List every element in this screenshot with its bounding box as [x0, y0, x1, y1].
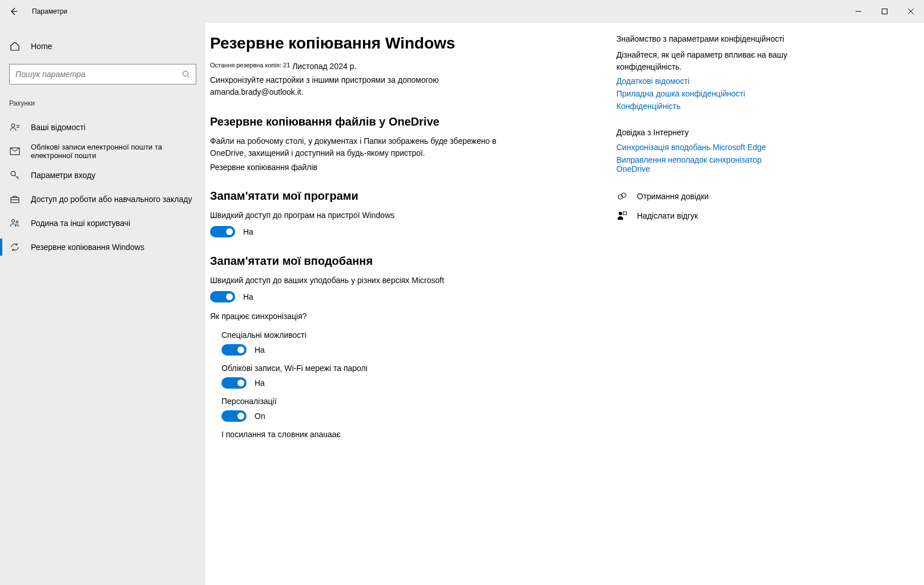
sidebar-item-family[interactable]: Родина та інші користувачі	[0, 211, 205, 235]
toggle-label: На	[255, 345, 265, 354]
privacy-heading: Знайомство з параметрами конфіденційност…	[616, 34, 788, 43]
last-backup-value: Листопад 2024 р.	[292, 62, 356, 71]
sidebar-item-label: Родина та інші користувачі	[31, 219, 130, 228]
sidebar-item-signin[interactable]: Параметри входу	[0, 163, 205, 187]
arrow-left-icon	[9, 7, 18, 16]
prefs-toggle-row: На	[210, 291, 616, 302]
svg-point-2	[11, 124, 15, 127]
sub-title: Персоналізації	[221, 397, 616, 406]
nav-home-label: Home	[31, 42, 52, 51]
sub-dictionary: І посилання та словник anauaaє	[221, 430, 616, 439]
search-icon	[182, 70, 190, 78]
minimize-icon	[856, 9, 861, 14]
sidebar-item-label: Резервне копіювання Windows	[31, 243, 144, 252]
person-card-icon	[9, 122, 21, 133]
home-icon	[9, 41, 21, 52]
sidebar-item-label: Доступ до роботи або навчального закладу	[31, 195, 192, 204]
webhelp-heading: Довідка з Інтернету	[616, 128, 788, 137]
last-backup-line: Остання резервна копія: 21 Листопад 2024…	[210, 62, 616, 71]
sidebar-item-your-info[interactable]: Ваші відомості	[0, 115, 205, 139]
feedback-row[interactable]: Надіслати відгук	[616, 210, 788, 221]
sub-title: І посилання та словник anauaaє	[221, 430, 616, 439]
sidebar-category: Рахунки	[0, 95, 205, 115]
svg-point-6	[12, 220, 15, 223]
sidebar-item-email[interactable]: Облікові записи електронної пошти та еле…	[0, 139, 205, 163]
mail-icon	[9, 146, 21, 157]
accessibility-toggle[interactable]	[221, 344, 247, 356]
sub-personalization: Персоналізації On	[221, 397, 616, 422]
feedback-icon	[616, 210, 628, 221]
how-sync-link[interactable]: Як працює синхронізація?	[210, 310, 530, 322]
prefs-heading: Запам'ятати мої вподобання	[210, 255, 616, 268]
last-backup-label: Остання резервна копія: 21	[210, 62, 290, 68]
feedback-label: Надіслати відгук	[637, 211, 698, 220]
apps-description: Швидкий доступ до програм на пристрої Wi…	[210, 209, 530, 221]
sub-title: Спеціальні можливості	[221, 330, 616, 340]
people-icon	[9, 217, 21, 229]
prefs-description: Швидкий доступ до ваших уподобань у різн…	[210, 275, 530, 287]
personalization-toggle[interactable]	[221, 410, 247, 422]
sub-toggle-row: На	[221, 344, 616, 356]
apps-toggle[interactable]	[210, 226, 235, 237]
link-privacy[interactable]: Конфіденційність	[616, 102, 788, 111]
privacy-block: Знайомство з параметрами конфіденційност…	[616, 34, 788, 111]
apps-toggle-row: На	[210, 226, 616, 237]
search-box[interactable]	[9, 64, 196, 84]
sidebar-item-backup[interactable]: Резервне копіювання Windows	[0, 235, 205, 259]
link-onedrive-troubleshoot[interactable]: Виправлення неполадок синхронізатор OneD…	[616, 155, 788, 174]
minimize-button[interactable]	[845, 0, 871, 23]
sub-accessibility: Спеціальні можливості На	[221, 330, 616, 356]
main-panel: Резервне копіювання Windows Остання резе…	[205, 23, 924, 585]
toggle-label: На	[255, 378, 265, 388]
svg-point-10	[619, 212, 622, 215]
briefcase-icon	[9, 193, 21, 205]
sidebar: Home Рахунки Ваші відомості Облікові зап…	[0, 23, 205, 585]
main-column: Резервне копіювання Windows Остання резе…	[205, 34, 616, 585]
svg-point-7	[16, 221, 18, 223]
content-area: Home Рахунки Ваші відомості Облікові зап…	[0, 23, 924, 585]
key-icon	[9, 170, 21, 181]
sidebar-item-work[interactable]: Доступ до роботи або навчального закладу	[0, 187, 205, 211]
sidebar-item-label: Ваші відомості	[31, 123, 86, 132]
page-title: Резервне копіювання Windows	[210, 34, 616, 53]
apps-heading: Запам'ятати мої програми	[210, 189, 616, 203]
sub-title: Облікові записи, Wi-Fi мережі та паролі	[221, 364, 616, 373]
titlebar: Параметри	[0, 0, 924, 23]
get-help-row[interactable]: Отримання довідки	[616, 191, 788, 202]
prefs-toggle[interactable]	[210, 291, 235, 302]
back-button[interactable]	[0, 0, 27, 23]
sub-accounts: Облікові записи, Wi-Fi мережі та паролі …	[221, 364, 616, 389]
window-controls	[845, 0, 924, 23]
onedrive-description: Файли на робочому столі, у документах і …	[210, 135, 530, 159]
onedrive-heading: Резервне копіювання файлів у OneDrive	[210, 115, 616, 128]
prefs-toggle-label: На	[243, 292, 253, 301]
svg-rect-11	[623, 212, 627, 215]
get-help-label: Отримання довідки	[637, 192, 709, 201]
maximize-button[interactable]	[871, 0, 898, 23]
onedrive-backup-link[interactable]: Резервне копіювання файлів	[210, 163, 317, 172]
link-more-info[interactable]: Додаткові відомості	[616, 76, 788, 86]
sub-toggle-row: На	[221, 377, 616, 389]
webhelp-block: Довідка з Інтернету Синхронізація вподоб…	[616, 128, 788, 174]
sub-toggle-row: On	[221, 410, 616, 422]
link-privacy-dashboard[interactable]: Приладна дошка конфіденційності	[616, 89, 788, 98]
nav-home[interactable]: Home	[0, 34, 205, 58]
svg-point-4	[11, 171, 15, 176]
sidebar-item-label: Параметри входу	[31, 171, 95, 180]
help-icon	[616, 191, 628, 202]
sync-description: Синхронізуйте настройки з іншими пристро…	[210, 74, 530, 98]
search-input[interactable]	[15, 70, 182, 79]
svg-point-1	[183, 71, 188, 76]
close-icon	[908, 9, 914, 14]
sidebar-item-label: Облікові записи електронної пошти та еле…	[31, 143, 205, 160]
close-button[interactable]	[898, 0, 924, 23]
maximize-icon	[882, 9, 887, 14]
sync-icon	[9, 241, 21, 253]
link-edge-sync[interactable]: Синхронізація вподобань Microsoft Edge	[616, 143, 788, 152]
svg-rect-0	[882, 9, 887, 14]
toggle-label: On	[255, 411, 265, 421]
window-title: Параметри	[27, 7, 67, 15]
apps-toggle-label: На	[243, 227, 253, 236]
accounts-toggle[interactable]	[221, 377, 247, 389]
right-column: Знайомство з параметрами конфіденційност…	[616, 34, 799, 585]
